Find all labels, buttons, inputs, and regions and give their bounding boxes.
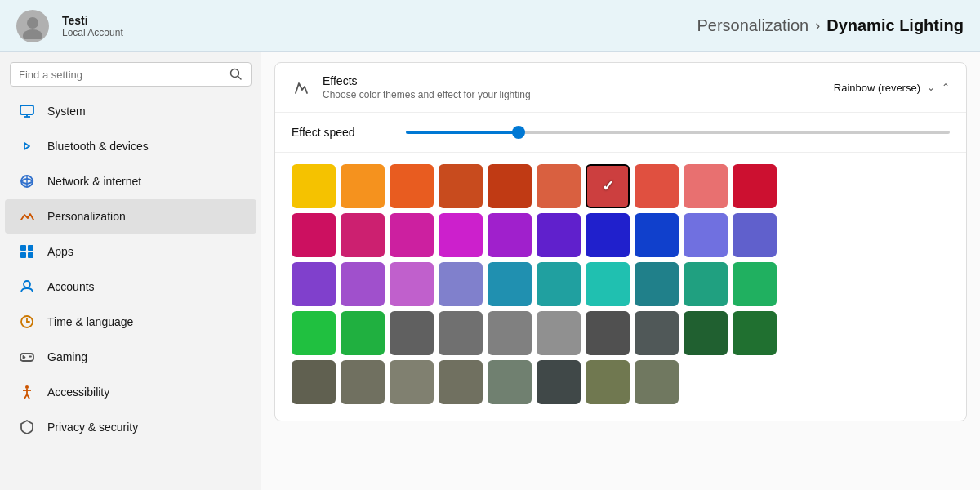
sidebar-item-label: Privacy & security [47, 421, 138, 434]
effects-icon [292, 78, 311, 97]
color-swatch[interactable] [733, 262, 777, 306]
svg-rect-10 [28, 245, 33, 251]
color-swatch[interactable] [341, 164, 385, 208]
svg-point-13 [24, 281, 30, 287]
svg-point-0 [27, 17, 38, 29]
color-swatch[interactable] [390, 311, 434, 355]
effects-subtitle: Choose color themes and effect for your … [323, 89, 822, 100]
color-swatch[interactable] [733, 311, 777, 355]
color-swatch[interactable] [488, 311, 532, 355]
svg-point-1 [23, 29, 42, 39]
sidebar-item-label: Network & internet [47, 175, 141, 188]
color-swatch[interactable] [537, 360, 581, 404]
sidebar-item-label: System [47, 105, 86, 118]
effects-control[interactable]: Rainbow (reverse) ⌄ ⌃ [834, 82, 950, 94]
color-swatch[interactable] [390, 262, 434, 306]
color-swatch[interactable] [292, 213, 336, 257]
color-swatch[interactable] [390, 164, 434, 208]
time-icon [18, 313, 36, 331]
color-swatch[interactable] [390, 360, 434, 404]
color-swatch[interactable] [537, 311, 581, 355]
sidebar-item-label: Gaming [47, 350, 87, 363]
color-swatch[interactable] [292, 164, 336, 208]
color-swatch[interactable] [341, 311, 385, 355]
color-swatch[interactable] [439, 164, 483, 208]
color-swatch[interactable] [684, 213, 728, 257]
color-swatch[interactable] [537, 164, 581, 208]
svg-rect-17 [20, 354, 33, 361]
color-swatch[interactable] [439, 311, 483, 355]
sidebar-item-personalization[interactable]: Personalization [5, 199, 256, 234]
color-swatch[interactable] [733, 213, 777, 257]
speed-slider-container [406, 131, 950, 134]
color-swatch[interactable] [390, 213, 434, 257]
color-swatch[interactable] [488, 164, 532, 208]
color-swatch[interactable] [635, 311, 679, 355]
search-box[interactable] [10, 62, 252, 87]
color-swatch[interactable] [684, 262, 728, 306]
sidebar-item-gaming[interactable]: Gaming [5, 340, 256, 374]
svg-rect-11 [20, 252, 26, 258]
color-swatch[interactable] [586, 213, 630, 257]
sidebar-item-label: Bluetooth & devices [47, 140, 149, 153]
accounts-icon [18, 278, 36, 296]
effects-dropdown-value[interactable]: Rainbow (reverse) [834, 82, 920, 94]
sidebar-item-system[interactable]: System [5, 94, 256, 128]
svg-rect-12 [28, 252, 33, 258]
color-swatch[interactable] [684, 164, 728, 208]
color-swatch[interactable] [341, 213, 385, 257]
color-swatch[interactable] [635, 164, 679, 208]
chevron-up-icon[interactable]: ⌃ [942, 82, 950, 93]
svg-rect-9 [20, 245, 26, 251]
header: Testi Local Account Personalization › Dy… [0, 0, 980, 52]
color-swatch[interactable] [341, 262, 385, 306]
accessibility-icon [18, 383, 36, 401]
color-grid: ✓ [292, 164, 950, 404]
bluetooth-icon [18, 137, 36, 155]
gaming-icon [18, 348, 36, 366]
sidebar-item-label: Accounts [47, 280, 95, 293]
sidebar-item-time[interactable]: Time & language [5, 305, 256, 339]
sidebar-item-accessibility[interactable]: Accessibility [5, 375, 256, 409]
color-swatch[interactable] [684, 311, 728, 355]
privacy-icon [18, 418, 36, 436]
color-swatch[interactable] [439, 213, 483, 257]
svg-rect-4 [20, 105, 33, 114]
search-input[interactable] [19, 69, 223, 81]
color-swatch[interactable] [488, 213, 532, 257]
color-swatch[interactable] [488, 262, 532, 306]
color-swatch[interactable] [488, 360, 532, 404]
color-swatch[interactable] [292, 311, 336, 355]
nav-container: System Bluetooth & devices Network & int… [0, 93, 261, 445]
speed-row: Effect speed [275, 113, 966, 153]
color-swatch[interactable] [586, 262, 630, 306]
content-area: Effects Choose color themes and effect f… [261, 52, 980, 490]
color-swatch[interactable] [439, 360, 483, 404]
color-swatch[interactable] [341, 360, 385, 404]
breadcrumb-parent: Personalization [697, 16, 808, 35]
sidebar-item-accounts[interactable]: Accounts [5, 270, 256, 304]
sidebar-item-network[interactable]: Network & internet [5, 164, 256, 198]
breadcrumb-separator: › [815, 17, 820, 34]
color-swatch[interactable] [635, 213, 679, 257]
color-swatch[interactable] [292, 360, 336, 404]
speed-slider[interactable] [406, 131, 950, 134]
chevron-down-icon[interactable]: ⌄ [927, 82, 935, 93]
color-swatch[interactable] [635, 262, 679, 306]
color-swatch[interactable] [537, 262, 581, 306]
color-swatch[interactable] [733, 164, 777, 208]
main-layout: System Bluetooth & devices Network & int… [0, 52, 980, 490]
sidebar-item-privacy[interactable]: Privacy & security [5, 410, 256, 444]
color-swatch[interactable] [586, 360, 630, 404]
color-swatch[interactable] [292, 262, 336, 306]
color-swatch[interactable] [537, 213, 581, 257]
sidebar-item-bluetooth[interactable]: Bluetooth & devices [5, 129, 256, 163]
sidebar-item-label: Apps [47, 245, 74, 258]
avatar [16, 10, 49, 42]
color-swatch[interactable]: ✓ [586, 164, 630, 208]
color-swatch[interactable] [635, 360, 679, 404]
effects-header: Effects Choose color themes and effect f… [275, 63, 966, 113]
color-swatch[interactable] [439, 262, 483, 306]
sidebar-item-apps[interactable]: Apps [5, 234, 256, 269]
color-swatch[interactable] [586, 311, 630, 355]
